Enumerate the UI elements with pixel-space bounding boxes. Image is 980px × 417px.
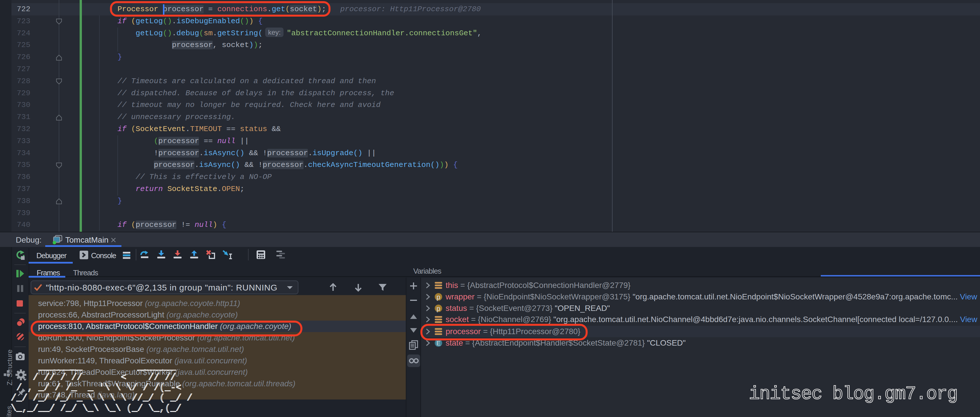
svg-text:p: p: [436, 293, 440, 301]
svg-text:p: p: [436, 305, 440, 312]
svg-text:E: E: [436, 340, 441, 347]
